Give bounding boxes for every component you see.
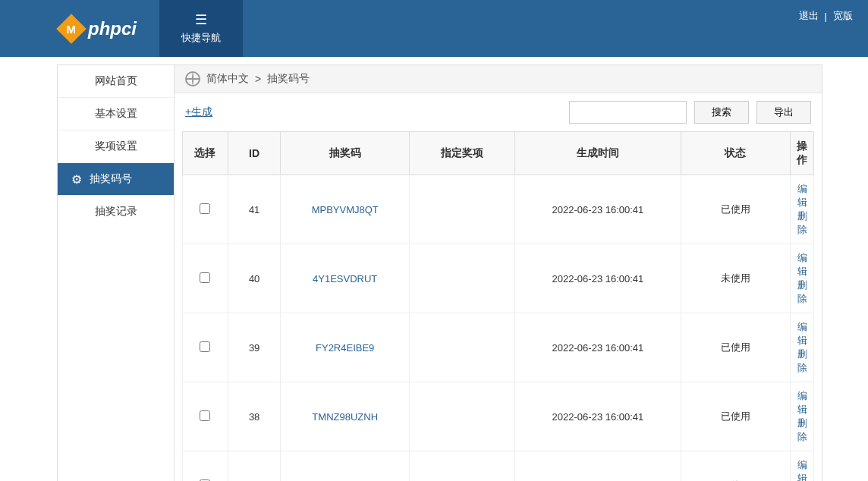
data-table: 选择 ID 抽奖码 指定奖项 生成时间 状态 操作 41MPBYVMJ8QT20… [182, 131, 814, 481]
sidebar-item-basic-settings[interactable]: 基本设置 [58, 97, 174, 130]
sidebar-item-label: 抽奖码号 [90, 172, 132, 186]
cell-id: 40 [228, 244, 281, 313]
th-select: 选择 [183, 132, 228, 175]
cell-status: 已使用 [681, 175, 790, 244]
code-link[interactable]: MPBYVMJ8QT [312, 204, 379, 215]
edit-link[interactable]: 编辑 [797, 183, 807, 208]
cell-status: 未使用 [681, 244, 790, 313]
table-row: 39FY2R4EIBE92022-06-23 16:00:41已使用编辑 删除 [183, 313, 814, 382]
cell-time: 2022-06-23 16:00:41 [515, 175, 681, 244]
row-checkbox[interactable] [200, 272, 210, 283]
cell-time: 2022-06-23 16:00:41 [515, 244, 681, 313]
cell-prize [409, 382, 514, 451]
header-right: 退出 | 宽版 [799, 9, 853, 23]
table-row: 41MPBYVMJ8QT2022-06-23 16:00:41已使用编辑 删除 [183, 175, 814, 244]
row-checkbox[interactable] [200, 410, 210, 421]
logo-text: phpci [88, 18, 137, 39]
row-checkbox[interactable] [200, 341, 210, 352]
th-prize: 指定奖项 [409, 132, 514, 175]
edit-link[interactable]: 编辑 [797, 252, 807, 277]
cell-id: 39 [228, 313, 281, 382]
code-link[interactable]: TMNZ98UZNH [312, 411, 378, 423]
breadcrumb: 简体中文 > 抽奖码号 [175, 65, 822, 93]
cell-id: 41 [228, 175, 281, 244]
cell-status: 已使用 [681, 382, 790, 451]
cell-prize [409, 451, 514, 482]
sidebar: 网站首页 基本设置 奖项设置 ⚙ 抽奖码号 抽奖记录 [57, 64, 175, 481]
sidebar-item-home[interactable]: 网站首页 [58, 64, 174, 97]
cell-prize [409, 244, 514, 313]
export-button[interactable]: 导出 [756, 101, 811, 124]
cell-id: 38 [228, 382, 281, 451]
breadcrumb-sep: > [255, 73, 261, 85]
cell-time: 2022-06-23 16:00:41 [515, 451, 681, 482]
th-status: 状态 [681, 132, 790, 175]
row-checkbox[interactable] [200, 203, 210, 214]
logo-icon: M [56, 14, 86, 44]
th-code: 抽奖码 [281, 132, 409, 175]
table-row: 38TMNZ98UZNH2022-06-23 16:00:41已使用编辑 删除 [183, 382, 814, 451]
quick-nav-button[interactable]: ☰ 快捷导航 [159, 0, 243, 57]
cell-prize [409, 313, 514, 382]
globe-icon [185, 71, 200, 86]
cell-prize [409, 175, 514, 244]
sidebar-item-prize-settings[interactable]: 奖项设置 [58, 130, 174, 162]
table-row: 404Y1ESVDRUT2022-06-23 16:00:41未使用编辑 删除 [183, 244, 814, 313]
cell-status: 已使用 [681, 313, 790, 382]
sidebar-item-lottery-records[interactable]: 抽奖记录 [58, 195, 174, 228]
wide-link[interactable]: 宽版 [833, 9, 853, 23]
sidebar-item-lottery-codes[interactable]: ⚙ 抽奖码号 [58, 162, 174, 195]
cell-status: 已使用 [681, 451, 790, 482]
search-button[interactable]: 搜索 [694, 101, 749, 124]
gear-icon: ⚙ [71, 172, 82, 187]
delete-link[interactable]: 删除 [797, 279, 807, 304]
top-header: M phpci ☰ 快捷导航 退出 | 宽版 [0, 0, 868, 57]
edit-link[interactable]: 编辑 [797, 321, 807, 346]
th-time: 生成时间 [515, 132, 681, 175]
generate-link[interactable]: +生成 [185, 105, 212, 119]
th-id: ID [228, 132, 281, 175]
code-link[interactable]: 4Y1ESVDRUT [313, 273, 377, 285]
delete-link[interactable]: 删除 [797, 210, 807, 235]
list-icon: ☰ [195, 13, 207, 27]
logout-link[interactable]: 退出 [799, 9, 819, 23]
toolbar: +生成 搜索 导出 [175, 93, 822, 131]
cell-time: 2022-06-23 16:00:41 [515, 313, 681, 382]
edit-link[interactable]: 编辑 [797, 390, 807, 415]
separator: | [825, 11, 827, 22]
code-link[interactable]: FY2R4EIBE9 [316, 342, 374, 354]
quick-nav-label: 快捷导航 [181, 31, 221, 45]
cell-time: 2022-06-23 16:00:41 [515, 382, 681, 451]
breadcrumb-page: 抽奖码号 [267, 72, 310, 86]
delete-link[interactable]: 删除 [797, 417, 807, 442]
content-panel: 简体中文 > 抽奖码号 +生成 搜索 导出 选择 ID 抽奖码 指定奖项 生成时… [175, 64, 822, 481]
edit-link[interactable]: 编辑 [797, 459, 807, 481]
breadcrumb-lang[interactable]: 简体中文 [206, 72, 249, 86]
search-input[interactable] [569, 101, 687, 124]
cell-id: 37 [228, 451, 281, 482]
table-row: 37VY16CT31JP2022-06-23 16:00:41已使用编辑 删除 [183, 451, 814, 482]
th-action: 操作 [791, 132, 814, 175]
logo[interactable]: M phpci [0, 0, 137, 57]
delete-link[interactable]: 删除 [797, 348, 807, 373]
